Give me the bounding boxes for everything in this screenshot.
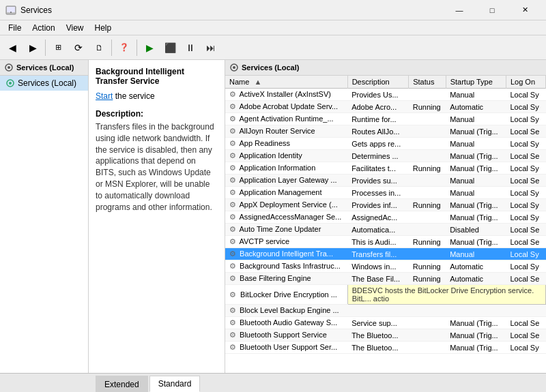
restart-button[interactable]: ⏭ xyxy=(201,38,220,57)
cell-status: Running xyxy=(409,199,446,211)
cell-status xyxy=(409,89,446,101)
toolbar-sep-2 xyxy=(111,40,112,56)
col-header-status[interactable]: Status xyxy=(409,76,446,89)
cell-status xyxy=(409,305,446,317)
detail-panel: Background Intelligent Transfer Service … xyxy=(89,60,225,373)
play-button[interactable]: ▶ xyxy=(140,38,159,57)
cell-startup: Manual (Trig... xyxy=(446,199,506,211)
cell-name: ⚙ AppX Deployment Service (... xyxy=(225,199,347,211)
close-button[interactable]: ✕ xyxy=(509,3,541,18)
table-header-row: Name ▲ Description Status Startup Type L… xyxy=(225,76,546,89)
cell-description: Windows in... xyxy=(347,260,409,273)
back-button[interactable]: ◀ xyxy=(3,38,22,57)
help-button[interactable]: ❓ xyxy=(115,38,134,57)
toolbar-sep-1 xyxy=(45,40,46,56)
table-row[interactable]: ⚙ Agent Activation Runtime_... Runtime f… xyxy=(225,113,546,125)
menu-item-help[interactable]: Help xyxy=(89,22,117,34)
cell-startup: Manual (Trig... xyxy=(446,317,506,329)
maximize-button[interactable]: □ xyxy=(476,3,508,18)
cell-startup: Manual xyxy=(446,248,506,260)
cell-startup: Automatic xyxy=(446,273,506,285)
cell-description: AssignedAc... xyxy=(347,211,409,224)
cell-status: Running xyxy=(409,273,446,285)
svg-point-8 xyxy=(233,66,235,69)
table-row[interactable]: ⚙ Auto Time Zone Updater Automatica... D… xyxy=(225,224,546,236)
cell-startup: Manual (Trig... xyxy=(446,150,506,162)
cell-description: Facilitates t... xyxy=(347,162,409,175)
export-button[interactable]: 🗋 xyxy=(89,38,109,57)
table-row[interactable]: ⚙ Adobe Acrobat Update Serv... Adobe Acr… xyxy=(225,101,546,113)
menu-item-action[interactable]: Action xyxy=(27,22,60,34)
cell-startup: Manual (Trig... xyxy=(446,236,506,248)
cell-startup: Manual (Trig... xyxy=(446,329,506,342)
col-header-startup[interactable]: Startup Type xyxy=(446,76,506,89)
cell-status: Running xyxy=(409,101,446,113)
cell-startup: Manual (Trig... xyxy=(446,125,506,138)
service-row-icon: ⚙ xyxy=(229,200,236,209)
service-row-icon: ⚙ xyxy=(229,250,236,258)
menu-item-view[interactable]: View xyxy=(61,22,89,34)
nav-header-label: Services (Local) xyxy=(16,63,74,72)
table-row[interactable]: ⚙ Bluetooth Support Service The Bluetoo.… xyxy=(225,329,546,342)
show-button[interactable]: ⊞ xyxy=(48,38,68,57)
table-row[interactable]: ⚙ App Readiness Gets apps re... Manual L… xyxy=(225,138,546,150)
service-row-icon: ⚙ xyxy=(229,306,236,314)
cell-startup xyxy=(446,305,506,317)
table-row[interactable]: ⚙ Block Level Backup Engine ... xyxy=(225,305,546,317)
table-row[interactable]: ⚙ ActiveX Installer (AxInstSV) Provides … xyxy=(225,89,546,101)
cell-description: Provides su... xyxy=(347,175,409,187)
col-header-description[interactable]: Description xyxy=(347,76,409,89)
toolbar-sep-3 xyxy=(136,40,137,56)
toolbar: ◀ ▶ ⊞ ⟳ 🗋 ❓ ▶ ⬛ ⏸ ⏭ xyxy=(0,35,546,60)
table-row[interactable]: ⚙ Background Intelligent Tra... Transfer… xyxy=(225,248,546,260)
minimize-button[interactable]: — xyxy=(444,3,475,18)
tab-standard[interactable]: Standard xyxy=(149,376,201,392)
cell-status: Running xyxy=(409,260,446,273)
service-row-icon: ⚙ xyxy=(229,188,236,196)
table-row[interactable]: ⚙ AssignedAccessManager Se... AssignedAc… xyxy=(225,211,546,224)
refresh-button[interactable]: ⟳ xyxy=(69,38,88,57)
cell-name: ⚙ Auto Time Zone Updater xyxy=(225,224,347,236)
start-service-link[interactable]: Start xyxy=(96,91,113,101)
services-header-icon xyxy=(229,63,239,72)
title-bar: Services — □ ✕ xyxy=(0,0,546,20)
service-row-name: Base Filtering Engine xyxy=(240,274,311,282)
cell-name: ⚙ Bluetooth Audio Gateway S... xyxy=(225,317,347,329)
table-row[interactable]: ⚙ Bluetooth User Support Ser... The Blue… xyxy=(225,342,546,354)
tab-extended[interactable]: Extended xyxy=(96,376,148,392)
service-row-icon: ⚙ xyxy=(229,225,236,233)
table-row[interactable]: ⚙ Application Information Facilitates t.… xyxy=(225,162,546,175)
nav-header: Services (Local) xyxy=(0,60,88,76)
table-row[interactable]: ⚙ Application Layer Gateway ... Provides… xyxy=(225,175,546,187)
table-row[interactable]: ⚙ Background Tasks Infrastruc... Windows… xyxy=(225,260,546,273)
table-row[interactable]: ⚙ Application Management Processes in...… xyxy=(225,187,546,199)
cell-description: Processes in... xyxy=(347,187,409,199)
col-header-name[interactable]: Name ▲ xyxy=(225,76,347,89)
cell-status xyxy=(409,342,446,354)
nav-item-services-local[interactable]: Services (Local) xyxy=(0,76,88,91)
table-row[interactable]: ⚙ AppX Deployment Service (... Provides … xyxy=(225,199,546,211)
service-row-name: AllJoyn Router Service xyxy=(239,127,315,135)
cell-name: ⚙ Block Level Backup Engine ... xyxy=(225,305,347,317)
table-row[interactable]: ⚙ BitLocker Drive Encryption ... BDESVC … xyxy=(225,285,546,305)
col-header-logon[interactable]: Log On xyxy=(506,76,545,89)
pause-button[interactable]: ⏸ xyxy=(181,38,200,57)
table-row[interactable]: ⚙ Base Filtering Engine The Base Fil... … xyxy=(225,273,546,285)
service-row-name: ActiveX Installer (AxInstSV) xyxy=(239,90,331,98)
svg-rect-1 xyxy=(7,7,15,12)
table-row[interactable]: ⚙ Bluetooth Audio Gateway S... Service s… xyxy=(225,317,546,329)
cell-status xyxy=(409,317,446,329)
cell-startup: Manual (Trig... xyxy=(446,162,506,175)
cell-name: ⚙ AVCTP service xyxy=(225,236,347,248)
stop-button[interactable]: ⬛ xyxy=(160,38,179,57)
table-row[interactable]: ⚙ AVCTP service This is Audi... Running … xyxy=(225,236,546,248)
forward-button[interactable]: ▶ xyxy=(23,38,42,57)
service-row-icon: ⚙ xyxy=(229,331,236,339)
services-table[interactable]: Name ▲ Description Status Startup Type L… xyxy=(225,76,546,373)
svg-point-6 xyxy=(9,82,12,85)
cell-logon: Local Sy xyxy=(506,101,545,113)
table-row[interactable]: ⚙ AllJoyn Router Service Routes AllJo...… xyxy=(225,125,546,138)
menu-item-file[interactable]: File xyxy=(3,22,27,34)
table-row[interactable]: ⚙ Application Identity Determines ... Ma… xyxy=(225,150,546,162)
service-row-icon: ⚙ xyxy=(229,343,236,351)
